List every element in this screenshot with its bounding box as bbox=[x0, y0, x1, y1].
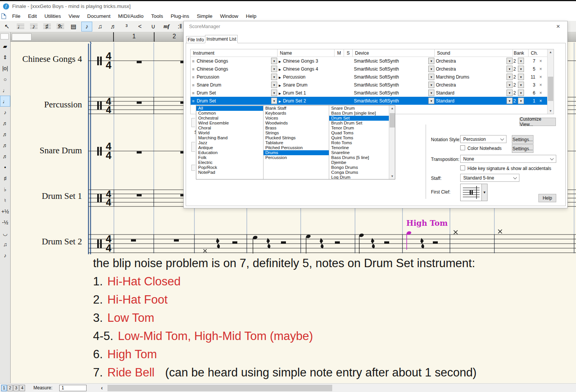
bank-dropdown-icon[interactable] bbox=[518, 90, 524, 96]
key-signature-tool-icon[interactable]: ♯ bbox=[41, 22, 52, 31]
remove-row-icon[interactable] bbox=[537, 82, 544, 88]
device-dropdown-icon[interactable] bbox=[428, 82, 434, 88]
flag-icon[interactable]: ♪ bbox=[0, 250, 10, 261]
tie-icon[interactable]: ◡ bbox=[0, 228, 10, 239]
menu-item[interactable]: Tools bbox=[147, 12, 167, 20]
lower-half-step-icon[interactable]: -½ bbox=[0, 217, 10, 228]
instrument-item[interactable]: Snare Drum bbox=[329, 106, 389, 111]
drag-handle-icon[interactable] bbox=[191, 90, 196, 96]
instrument-dropdown-icon[interactable] bbox=[271, 66, 277, 72]
tuplet-tool-icon[interactable]: ³ bbox=[121, 22, 132, 31]
tie-tool-icon[interactable]: ∪ bbox=[148, 22, 159, 31]
eighth-note-icon[interactable]: ♪ bbox=[0, 107, 10, 118]
whole-note-icon[interactable]: ○ bbox=[0, 74, 10, 85]
instrument-item[interactable]: Conga Drums bbox=[329, 170, 389, 175]
scroll-down-icon[interactable]: ▼ bbox=[389, 173, 395, 179]
category-item[interactable]: Folk bbox=[196, 155, 263, 160]
repitch-tool-icon[interactable]: ♬ bbox=[108, 22, 119, 31]
family-item[interactable]: Blank Staff bbox=[264, 106, 329, 111]
scroll-up-icon[interactable]: ▲ bbox=[548, 49, 554, 55]
bank-dropdown-icon[interactable] bbox=[518, 58, 524, 64]
play-arrow-icon[interactable] bbox=[279, 66, 283, 72]
instrument-item[interactable]: Djembe bbox=[329, 160, 389, 165]
Drum Set 1[interactable]: Drum Set Drum Set 1 SmartMusic SoftSynth… bbox=[191, 89, 548, 97]
sound-dropdown-icon[interactable] bbox=[507, 82, 513, 88]
instrument-item[interactable]: Bass Drum [single line] bbox=[329, 111, 389, 116]
menu-item[interactable]: Document bbox=[84, 12, 115, 20]
play-arrow-icon[interactable] bbox=[279, 98, 283, 104]
play-arrow-icon[interactable] bbox=[279, 82, 283, 88]
device-dropdown-icon[interactable] bbox=[428, 98, 434, 104]
selection-tool-icon[interactable]: ↖ bbox=[2, 22, 13, 31]
augmentation-dot-icon[interactable]: • bbox=[0, 162, 10, 173]
bank-dropdown-icon[interactable] bbox=[518, 98, 524, 104]
transposition-select[interactable]: None bbox=[460, 155, 556, 163]
play-arrow-icon[interactable] bbox=[279, 58, 283, 64]
play-arrow-icon[interactable] bbox=[279, 74, 283, 80]
family-list[interactable]: Blank StaffKeyboardsVoicesWoodwindsBrass… bbox=[264, 105, 330, 179]
scroll-left-icon[interactable]: ‹ bbox=[101, 385, 103, 391]
remove-row-icon[interactable] bbox=[537, 90, 544, 96]
device-dropdown-icon[interactable] bbox=[428, 74, 434, 80]
instrument-dropdown-icon[interactable] bbox=[271, 74, 277, 80]
instrument-item[interactable]: Brush Drum Set bbox=[329, 121, 389, 126]
dynamics-tool-icon[interactable]: mf bbox=[161, 22, 172, 31]
sixteenth-note-icon[interactable]: ♬ bbox=[0, 118, 10, 129]
smart-shape-tool-icon[interactable]: ♫ bbox=[95, 22, 106, 31]
menu-item[interactable]: Window bbox=[216, 12, 242, 20]
family-item[interactable]: Percussion bbox=[264, 155, 329, 160]
customize-view-button[interactable]: Customize View... bbox=[519, 118, 556, 126]
noteheads-settings-button[interactable]: Settings... bbox=[512, 144, 533, 153]
instrument-item[interactable]: Bass Drums [5 line] bbox=[329, 155, 389, 160]
menu-item[interactable]: MIDI/Audio bbox=[114, 12, 147, 20]
menu-item[interactable]: Utilities bbox=[41, 12, 65, 20]
remove-row-icon[interactable] bbox=[537, 58, 544, 64]
page-view-button[interactable]: 1 bbox=[1, 385, 7, 391]
drag-handle-icon[interactable] bbox=[191, 66, 196, 72]
picker-scrollbar[interactable]: ▲ ▼ bbox=[389, 105, 395, 179]
Chinese Gongs 4[interactable]: Chinese Gongs Chinese Gongs 4 SmartMusic… bbox=[191, 65, 548, 73]
sound-dropdown-icon[interactable] bbox=[507, 98, 513, 104]
device-dropdown-icon[interactable] bbox=[428, 66, 434, 72]
instrument-item[interactable]: Tenorline bbox=[329, 145, 389, 150]
category-item[interactable]: NotePad bbox=[196, 170, 263, 175]
category-item[interactable]: Electric bbox=[196, 160, 263, 165]
category-item[interactable]: Antique bbox=[196, 145, 263, 150]
family-item[interactable]: Keyboards bbox=[264, 111, 329, 116]
instrument-list[interactable]: Snare DrumBass Drum [single line]Drum Se… bbox=[329, 105, 389, 179]
category-item[interactable]: Jazz bbox=[196, 140, 263, 145]
menu-item[interactable]: Plug-ins bbox=[167, 12, 193, 20]
Drum Set 2[interactable]: Drum Set Drum Set 2 SmartMusic SoftSynth… bbox=[191, 97, 548, 105]
instrument-dropdown-icon[interactable] bbox=[271, 98, 277, 104]
simple-entry-tool-icon[interactable]: ♪ bbox=[28, 22, 39, 31]
family-item[interactable]: Brass bbox=[264, 126, 329, 131]
instrument-item[interactable]: Quint Toms bbox=[329, 135, 389, 140]
staff-select[interactable]: Standard 5-line bbox=[460, 174, 519, 182]
dialog-title-bar[interactable]: ScoreManager × bbox=[184, 21, 567, 33]
Chinese Gongs 3[interactable]: Chinese Gongs Chinese Gongs 3 SmartMusic… bbox=[191, 57, 548, 65]
horizontal-scrollbar-thumb[interactable] bbox=[107, 385, 332, 391]
clef-tool-icon[interactable]: 9: bbox=[55, 22, 66, 31]
notation-settings-button[interactable]: Settings... bbox=[512, 135, 533, 144]
tab-file-info[interactable]: File Info bbox=[186, 36, 205, 43]
category-item[interactable]: World bbox=[196, 131, 263, 135]
nudge-icon[interactable]: ⇕ bbox=[0, 52, 10, 63]
scroll-up-icon[interactable]: ▲ bbox=[389, 105, 395, 111]
drag-handle-icon[interactable] bbox=[191, 82, 196, 88]
color-noteheads-checkbox[interactable] bbox=[460, 145, 465, 150]
quarter-note-icon[interactable]: ♩ bbox=[0, 96, 10, 107]
measure-input[interactable] bbox=[59, 385, 87, 391]
playback-icon[interactable]: |o| bbox=[0, 63, 10, 74]
sound-dropdown-icon[interactable] bbox=[507, 66, 513, 72]
title-bar[interactable]: ƒ Finale - [xxxGeto Boys - mind is playi… bbox=[0, 1, 576, 11]
measure-tool-icon[interactable]: ▤ bbox=[68, 22, 79, 31]
instrument-dropdown-icon[interactable] bbox=[271, 82, 277, 88]
category-list[interactable]: AllCommonOrchestralWind EnsembleChoralWo… bbox=[196, 105, 264, 179]
menu-item[interactable]: Help bbox=[242, 12, 260, 20]
remove-row-icon[interactable] bbox=[537, 66, 544, 72]
grace-note-icon[interactable]: ♫ bbox=[0, 239, 10, 250]
category-item[interactable]: Choral bbox=[196, 126, 263, 131]
flat-icon[interactable]: ♭ bbox=[0, 184, 10, 195]
table-scrollbar[interactable]: ▲ ▼ bbox=[547, 49, 554, 114]
close-icon[interactable]: × bbox=[554, 23, 562, 30]
